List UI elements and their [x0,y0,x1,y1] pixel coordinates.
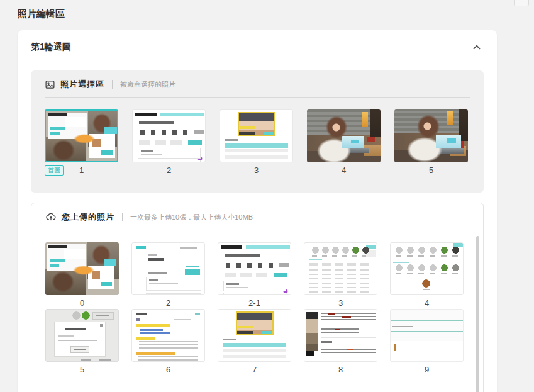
selection-footer-2: 2 [132,165,206,176]
upload-cell-2-1: 2-1 [218,242,291,309]
upload-footer-2: 2 [131,298,205,309]
selection-subtitle: 被廠商選擇的照片 [120,80,175,89]
thumb-number: 9 [425,365,429,374]
upload-thumb-4[interactable] [390,242,464,295]
upload-thumb-0[interactable] [45,242,119,295]
selection-footer-1: 首圖 1 [45,165,118,176]
round1-header: 第1輪選圖 [31,30,484,62]
collapse-button[interactable] [470,40,484,54]
upload-thumb-2[interactable] [131,242,205,295]
upload-footer-0: 0 [45,298,119,309]
upload-thumb-2-1[interactable] [218,242,291,295]
header-divider [112,80,113,89]
thumb-number: 8 [338,365,343,374]
upload-thumb-9[interactable] [390,309,464,362]
selection-thumb-1[interactable] [45,109,118,162]
upload-cell-2: 2 [131,242,205,309]
thumb-number: 6 [166,365,170,374]
upload-cell-4: 4 [390,242,464,309]
selection-cell-5: 5 [394,109,468,176]
thumb-number: 2-1 [248,298,260,308]
thumb-number: 3 [254,165,259,175]
upload-thumb-7[interactable] [218,309,291,362]
selection-footer-4: 4 [307,165,381,176]
cloud-upload-icon [45,211,57,223]
selection-cell-1: 首圖 1 [45,109,118,176]
upload-cell-8: 8 [304,309,377,376]
uploads-title: 您上傳的照片 [62,211,114,223]
upload-cell-6: 6 [131,309,205,376]
thumb-number: 5 [429,165,433,175]
uploads-grid: 0 2 2-1 3 [45,242,469,376]
uploads-subtitle: 一次最多上傳10張，最大上傳大小10MB [130,213,253,222]
image-icon [45,79,55,90]
upload-cell-0: 0 [45,242,119,309]
uploads-panel: 您上傳的照片 一次最多上傳10張，最大上傳大小10MB 0 2 [31,203,484,392]
thumb-number: 2 [166,298,170,308]
upload-footer-3: 3 [304,298,377,309]
selection-title: 照片選擇區 [60,79,104,90]
upload-footer-4: 4 [390,298,464,309]
selection-thumb-3[interactable] [220,109,293,162]
thumb-number: 4 [425,298,429,308]
selection-thumb-4[interactable] [307,109,381,162]
upload-thumb-5[interactable] [45,309,119,362]
thumb-number: 3 [338,298,343,308]
round1-card: 第1輪選圖 照片選擇區 被廠商選擇的照片 首圖 [18,30,497,392]
thumb-number: 7 [252,365,257,374]
bubble-icon[interactable] [514,0,529,6]
thumb-number: 2 [167,165,171,175]
upload-footer-2-1: 2-1 [218,298,291,309]
round1-title: 第1輪選圖 [31,42,71,53]
selection-footer-3: 3 [220,165,293,176]
selection-cell-3: 3 [220,109,293,176]
upload-cell-7: 7 [218,309,291,376]
thumb-number: 0 [80,298,84,308]
upload-thumb-6[interactable] [131,309,205,362]
selection-panel: 照片選擇區 被廠商選擇的照片 首圖 1 2 [31,70,484,193]
upload-thumb-8[interactable] [304,309,377,362]
photo-edit-screen: 照片編輯區 第1輪選圖 照片選擇區 被廠商選擇的照片 [0,0,534,392]
thumb-number: 5 [80,365,84,374]
upload-cell-5: 5 [45,309,119,376]
selection-panel-header: 照片選擇區 被廠商選擇的照片 [45,79,470,98]
upload-cell-9: 9 [390,309,464,376]
header-divider [122,213,123,221]
cover-badge: 首圖 [45,165,64,176]
upload-thumb-3[interactable] [304,242,377,295]
upload-footer-6: 6 [131,365,205,376]
chevron-up-icon [471,45,482,55]
selection-thumb-row: 首圖 1 2 3 [45,109,470,176]
upload-footer-8: 8 [304,365,377,376]
selection-footer-5: 5 [394,165,468,176]
thumb-number: 1 [79,165,84,175]
upload-footer-7: 7 [218,365,291,376]
selection-thumb-2[interactable] [132,109,206,162]
selection-cell-2: 2 [132,109,206,176]
uploads-panel-header: 您上傳的照片 一次最多上傳10張，最大上傳大小10MB [45,211,469,230]
thumb-number: 4 [342,165,346,175]
upload-cell-3: 3 [304,242,377,309]
vertical-scrollbar[interactable] [476,236,479,392]
upload-footer-5: 5 [45,365,119,376]
upload-footer-9: 9 [390,365,464,376]
selection-cell-4: 4 [307,109,381,176]
selection-thumb-5[interactable] [394,109,468,162]
page-title: 照片編輯區 [0,0,534,26]
